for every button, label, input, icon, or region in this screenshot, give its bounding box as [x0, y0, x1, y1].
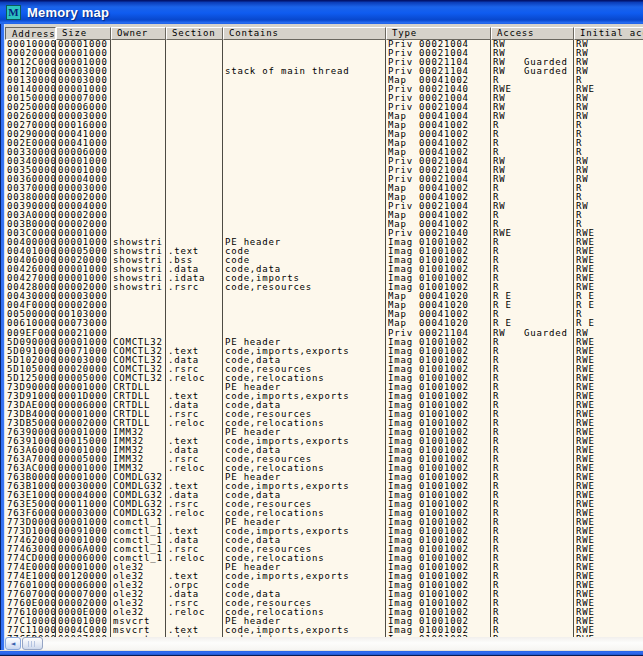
- cell-contains: [223, 211, 386, 220]
- column-header-access[interactable]: Access: [491, 27, 574, 40]
- cell-contains: [223, 40, 386, 49]
- column-header-size[interactable]: Size: [56, 27, 111, 40]
- cell-access: R: [491, 419, 574, 428]
- cell-owner: [111, 112, 166, 121]
- cell-contains: [223, 76, 386, 85]
- cell-access: RW Guarded: [491, 329, 574, 338]
- cell-owner: [111, 103, 166, 112]
- cell-access: R: [491, 518, 574, 527]
- window-left-border: [0, 24, 5, 650]
- cell-contains: [223, 49, 386, 58]
- cell-owner: [111, 76, 166, 85]
- cell-section: [166, 139, 223, 148]
- cell-access: R: [491, 545, 574, 554]
- cell-contains: [223, 184, 386, 193]
- cell-access: RW: [491, 112, 574, 121]
- cell-access: R: [491, 247, 574, 256]
- cell-section: .reloc: [166, 554, 223, 563]
- cell-contains: [223, 130, 386, 139]
- cell-access: R: [491, 356, 574, 365]
- cell-contains: [223, 157, 386, 166]
- cell-contains: [223, 112, 386, 121]
- cell-owner: showstri: [111, 283, 166, 292]
- cell-access: R: [491, 626, 574, 635]
- cell-access: R: [491, 482, 574, 491]
- cell-access: R: [491, 563, 574, 572]
- cell-contains: [223, 175, 386, 184]
- column-header-section[interactable]: Section: [166, 27, 223, 40]
- table-header: AddressSizeOwnerSectionContainsTypeAcces…: [5, 27, 643, 40]
- cell-contains: [223, 292, 386, 301]
- cell-access: R: [491, 491, 574, 500]
- cell-section: [166, 112, 223, 121]
- cell-access: R: [491, 392, 574, 401]
- cell-access: R: [491, 572, 574, 581]
- cell-access: RW: [491, 175, 574, 184]
- cell-contains: [223, 202, 386, 211]
- cell-access: R: [491, 473, 574, 482]
- scrollbar-thumb[interactable]: [22, 637, 43, 650]
- cell-contains: [223, 94, 386, 103]
- cell-access: R E: [491, 301, 574, 310]
- cell-access: R: [491, 608, 574, 617]
- cell-initial-access: R: [574, 184, 643, 193]
- column-header-contains[interactable]: Contains: [223, 27, 386, 40]
- cell-owner: [111, 301, 166, 310]
- cell-access: R: [491, 338, 574, 347]
- cell-owner: [111, 292, 166, 301]
- cell-contains: [223, 103, 386, 112]
- cell-section: .rsrc: [166, 283, 223, 292]
- title-bar[interactable]: M Memory map: [0, 0, 643, 24]
- cell-section: [166, 175, 223, 184]
- cell-access: R: [491, 455, 574, 464]
- cell-access: R: [491, 347, 574, 356]
- memory-map-table[interactable]: 0001000000001000Priv 00021004RWRW0002000…: [5, 40, 643, 637]
- cell-access: R: [491, 581, 574, 590]
- cell-section: [166, 130, 223, 139]
- cell-owner: [111, 193, 166, 202]
- cell-section: [166, 49, 223, 58]
- cell-section: .reloc: [166, 509, 223, 518]
- cell-access: RWE: [491, 229, 574, 238]
- cell-section: [166, 229, 223, 238]
- cell-contains: [223, 166, 386, 175]
- cell-access: R: [491, 401, 574, 410]
- cell-owner: [111, 130, 166, 139]
- cell-access: R: [491, 121, 574, 130]
- cell-owner: [111, 157, 166, 166]
- cell-access: R: [491, 464, 574, 473]
- cell-initial-access: R: [574, 211, 643, 220]
- column-header-address[interactable]: Address: [5, 27, 56, 40]
- cell-owner: [111, 121, 166, 130]
- cell-section: [166, 202, 223, 211]
- cell-access: RW Guarded: [491, 67, 574, 76]
- cell-section: [166, 76, 223, 85]
- cell-access: R: [491, 446, 574, 455]
- cell-section: [166, 58, 223, 67]
- cell-owner: [111, 139, 166, 148]
- cell-contains: [223, 319, 386, 328]
- cell-access: R: [491, 184, 574, 193]
- cell-owner: [111, 175, 166, 184]
- horizontal-scrollbar[interactable]: ◄: [5, 637, 643, 650]
- scroll-left-button[interactable]: ◄: [5, 637, 21, 650]
- column-header-initial-access[interactable]: Initial access: [574, 27, 643, 40]
- cell-initial-access: R E: [574, 301, 643, 310]
- cell-contains: [223, 310, 386, 319]
- column-header-type[interactable]: Type: [386, 27, 491, 40]
- cell-section: [166, 211, 223, 220]
- column-header-owner[interactable]: Owner: [111, 27, 166, 40]
- cell-access: R: [491, 139, 574, 148]
- cell-owner: [111, 40, 166, 49]
- cell-access: R: [491, 599, 574, 608]
- cell-initial-access: R: [574, 130, 643, 139]
- window-title: Memory map: [27, 5, 109, 20]
- cell-owner: [111, 85, 166, 94]
- cell-access: R: [491, 365, 574, 374]
- cell-owner: [111, 67, 166, 76]
- cell-access: R: [491, 590, 574, 599]
- cell-owner: [111, 319, 166, 328]
- cell-owner: [111, 220, 166, 229]
- cell-section: [166, 292, 223, 301]
- cell-contains: [223, 85, 386, 94]
